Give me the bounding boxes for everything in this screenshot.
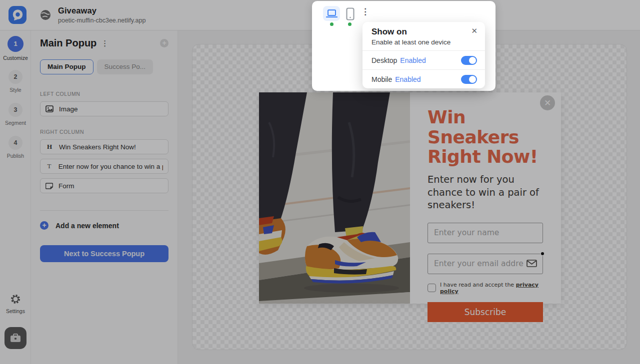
mobile-toggle[interactable] [461, 75, 477, 84]
mobile-phone-icon [346, 7, 354, 20]
laptop-icon [326, 9, 338, 18]
mobile-label: Mobile [372, 75, 392, 83]
popover-close-icon[interactable]: ✕ [471, 26, 478, 35]
desktop-toggle[interactable] [461, 56, 477, 65]
toolbar-kebab-icon[interactable]: ⋮ [361, 7, 370, 17]
mobile-enabled-dot [348, 22, 352, 26]
desktop-label: Desktop [372, 56, 397, 64]
show-on-title: Show on [372, 27, 477, 37]
desktop-enabled-dot [330, 22, 334, 26]
desktop-preview-button[interactable] [323, 6, 340, 21]
mobile-preview-button[interactable] [344, 7, 356, 20]
desktop-toggle-row: Desktop Enabled [362, 51, 485, 69]
show-on-subtitle: Enable at least one device [372, 38, 477, 46]
toggle-knob [469, 57, 476, 64]
mobile-status: Enabled [395, 75, 420, 83]
show-on-popover: Show on ✕ Enable at least one device Des… [362, 22, 485, 88]
toggle-knob [469, 76, 476, 83]
mobile-toggle-row: Mobile Enabled [362, 70, 485, 88]
desktop-status: Enabled [400, 56, 426, 64]
